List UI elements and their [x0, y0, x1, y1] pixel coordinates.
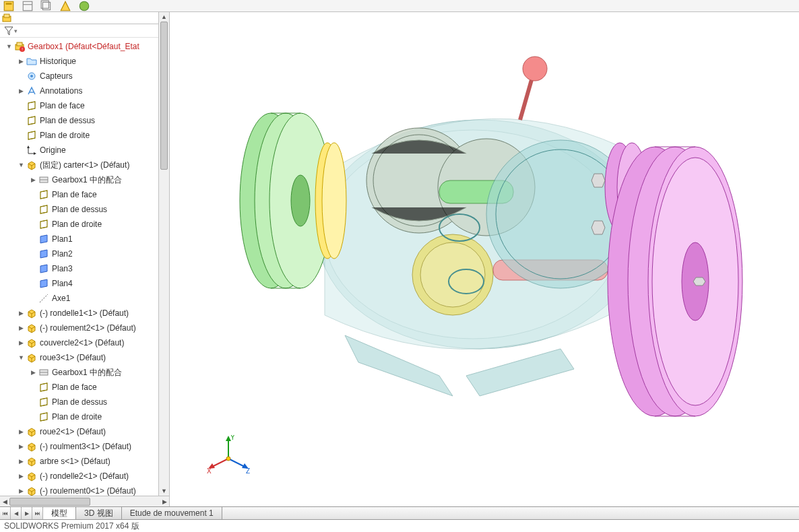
svg-point-30	[291, 175, 310, 226]
tree-expander-icon[interactable]: ▶	[30, 176, 37, 184]
svg-marker-50	[592, 221, 605, 234]
tree-expander-icon[interactable]: ▼	[5, 43, 13, 51]
tree-expander-icon[interactable]: ▶	[18, 310, 25, 317]
tab-nav-buttons[interactable]: ⏮ ◀ ▶ ⏭	[0, 507, 43, 519]
triad-x-label: X	[207, 467, 212, 475]
scroll-left-icon[interactable]: ◀	[0, 497, 9, 506]
tab-nav-prev-icon[interactable]: ◀	[11, 507, 22, 519]
tree-expander-icon[interactable]: ▶	[18, 488, 25, 495]
view-tab[interactable]: Etude de mouvement 1	[122, 507, 222, 519]
tree-node-label: Plan de face	[52, 190, 97, 199]
tree-node[interactable]: ▶Plan de droite	[0, 217, 169, 232]
svg-point-37	[420, 242, 485, 307]
plane-icon	[38, 397, 49, 407]
tree-node[interactable]: ▶arbre s<1> (Défaut)	[0, 454, 169, 469]
tree-node[interactable]: ▼!Gearbox1 (Défaut<Défaut_Etat▲	[0, 39, 169, 54]
tree-node[interactable]: ▶(-) roulment3<1> (Défaut)	[0, 439, 169, 454]
view-tab[interactable]: 模型	[43, 507, 76, 519]
tree-node[interactable]: ▶Plan de dessus	[0, 395, 169, 409]
svg-rect-11	[17, 42, 22, 46]
tree-node[interactable]: ▶(-) roulement0<1> (Défaut)	[0, 484, 169, 496]
tree-vertical-scrollbar[interactable]: ▲ ▼	[158, 12, 169, 496]
filter-bar[interactable]: ▾	[0, 24, 169, 38]
filter-dropdown-icon[interactable]: ▾	[14, 28, 18, 34]
tree-node[interactable]: ▶Annotations	[0, 84, 169, 98]
tree-expander-icon[interactable]: ▶	[18, 428, 25, 436]
tree-node[interactable]: ▶Plan de face	[0, 98, 169, 113]
assembly-root-icon[interactable]	[1, 13, 12, 24]
graphics-viewport[interactable]: Y Z X	[170, 12, 799, 506]
view-triad[interactable]: Y Z X	[205, 435, 252, 482]
scroll-up-icon[interactable]: ▲	[160, 12, 169, 22]
main-area: ▾ ▼!Gearbox1 (Défaut<Défaut_Etat▲▶Histor…	[0, 12, 799, 506]
tree-node[interactable]: ▶Gearbox1 中的配合	[0, 172, 169, 187]
view-tab[interactable]: 3D 视图	[76, 507, 122, 519]
tree-node[interactable]: ▶(-) roulement2<1> (Défaut)	[0, 321, 169, 335]
tree-node-label: Plan de dessus	[52, 205, 107, 214]
tree-node[interactable]: ▶couvercle2<1> (Défaut)	[0, 335, 169, 350]
tree-expander-icon[interactable]: ▶	[18, 339, 25, 347]
tree-node[interactable]: ▶Plan de droite	[0, 409, 169, 424]
tree-node-label: Gearbox1 中的配合	[52, 367, 122, 378]
tree-horizontal-scrollbar[interactable]: ◀ ▶	[0, 496, 169, 506]
tree-node-label: Plan3	[52, 264, 73, 273]
part-icon	[26, 160, 37, 170]
plane-icon	[38, 219, 49, 230]
scroll-down-icon[interactable]: ▼	[160, 486, 169, 496]
tree-node[interactable]: ▶Historique	[0, 54, 169, 69]
tree-node[interactable]: ▶Plan de dessus	[0, 113, 169, 128]
tab-nav-last-icon[interactable]: ⏭	[32, 507, 43, 519]
tab-config-manager-icon[interactable]	[40, 1, 53, 11]
tree-expander-icon[interactable]: ▶	[30, 369, 37, 376]
plane-icon	[26, 130, 37, 141]
tree-expander-icon[interactable]: ▼	[18, 162, 25, 169]
manager-tab-strip[interactable]	[0, 0, 799, 12]
scroll-right-icon[interactable]: ▶	[160, 497, 169, 506]
status-text: SOLIDWORKS Premium 2017 x64 版	[4, 521, 139, 531]
tree-node[interactable]: ▶Gearbox1 中的配合	[0, 365, 169, 380]
filter-icon[interactable]	[4, 26, 13, 36]
tree-expander-icon[interactable]: ▶	[18, 443, 25, 451]
svg-point-32	[322, 143, 346, 259]
tree-node[interactable]: ▶(-) rondelle2<1> (Défaut)	[0, 469, 169, 484]
tree-node[interactable]: ▶Plan de droite	[0, 128, 169, 143]
tab-feature-manager-icon[interactable]	[3, 1, 15, 11]
tree-expander-icon[interactable]: ▶	[18, 325, 25, 332]
tree-expander-icon[interactable]: ▶	[18, 58, 25, 65]
tree-node-label: (-) roulment3<1> (Défaut)	[40, 442, 131, 451]
tree-node[interactable]: ▼roue3<1> (Défaut)	[0, 350, 169, 365]
tree-node-label: Plan de dessus	[52, 397, 107, 407]
tree-node[interactable]: ▶Origine	[0, 143, 169, 158]
tree-node[interactable]: ▶Plan2	[0, 246, 169, 261]
tree-node[interactable]: ▶Plan de face	[0, 380, 169, 395]
scroll-thumb-vertical[interactable]	[160, 22, 168, 170]
feature-tree[interactable]: ▼!Gearbox1 (Défaut<Défaut_Etat▲▶Historiq…	[0, 38, 169, 496]
tree-expander-icon[interactable]: ▶	[18, 458, 25, 465]
tree-node[interactable]: ▶(-) rondelle1<1> (Défaut)	[0, 306, 169, 321]
shift-lever	[520, 57, 547, 120]
tree-node[interactable]: ▶Plan1	[0, 232, 169, 246]
tree-expander-icon[interactable]: ▶	[18, 88, 25, 95]
view-tabs-bar[interactable]: ⏮ ◀ ▶ ⏭ 模型3D 视图Etude de mouvement 1	[0, 506, 799, 520]
svg-line-59	[228, 459, 245, 467]
tree-node-label: (固定) carter<1> (Défaut)	[40, 160, 129, 171]
tree-node[interactable]: ▶Plan de face	[0, 187, 169, 202]
tab-property-manager-icon[interactable]	[22, 1, 34, 11]
triad-z-label: Z	[246, 467, 250, 475]
tree-node[interactable]: ▶Axe1	[0, 291, 169, 306]
tree-expander-icon[interactable]: ▶	[18, 473, 25, 480]
tree-node[interactable]: ▶Capteurs	[0, 69, 169, 84]
tab-nav-first-icon[interactable]: ⏮	[0, 507, 11, 519]
tree-expander-icon[interactable]: ▼	[18, 354, 25, 362]
tree-node[interactable]: ▶Plan de dessus	[0, 202, 169, 217]
tab-display-manager-icon[interactable]	[78, 1, 90, 11]
tree-node[interactable]: ▶Plan4	[0, 276, 169, 291]
tree-node-label: (-) rondelle1<1> (Défaut)	[40, 308, 129, 318]
tree-node[interactable]: ▼(固定) carter<1> (Défaut)	[0, 158, 169, 172]
tab-dimxpert-icon[interactable]	[59, 1, 71, 11]
scroll-thumb-horizontal[interactable]	[9, 498, 90, 506]
tree-node[interactable]: ▶roue2<1> (Défaut)	[0, 424, 169, 439]
tree-node[interactable]: ▶Plan3	[0, 261, 169, 276]
tab-nav-next-icon[interactable]: ▶	[22, 507, 32, 519]
svg-point-45	[523, 57, 547, 81]
